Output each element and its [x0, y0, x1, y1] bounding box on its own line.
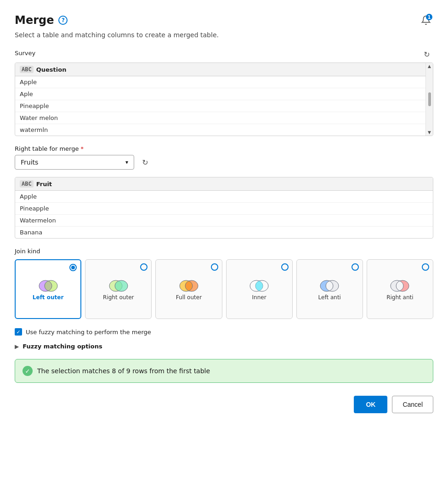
- join-kind-label: Join kind: [15, 248, 433, 255]
- scroll-down-arrow[interactable]: ▼: [428, 130, 431, 135]
- radio-unselected-icon: [422, 263, 429, 271]
- footer: OK Cancel: [15, 396, 433, 413]
- table-row[interactable]: watermln: [15, 124, 433, 136]
- scroll-thumb: [428, 92, 431, 106]
- left-outer-label: Left outer: [33, 294, 64, 301]
- radio-selected-icon: [69, 264, 77, 271]
- join-inner[interactable]: Inner: [226, 259, 293, 319]
- join-right-outer[interactable]: Right outer: [85, 259, 152, 319]
- notification-badge: 1: [426, 14, 432, 20]
- join-kind-options: Left outer Right outer Full outer In: [15, 259, 433, 319]
- right-anti-venn-icon: [388, 278, 412, 294]
- svg-point-1: [45, 280, 57, 291]
- join-full-outer[interactable]: Full outer: [155, 259, 222, 319]
- table-row[interactable]: Apple: [15, 191, 433, 203]
- inner-label: Inner: [252, 294, 267, 301]
- join-left-anti[interactable]: Left anti: [296, 259, 363, 319]
- radio-unselected-icon: [352, 263, 359, 271]
- ok-button[interactable]: OK: [354, 396, 387, 413]
- inner-venn-icon: [247, 278, 271, 294]
- success-check-icon: ✓: [23, 366, 33, 376]
- join-left-outer[interactable]: Left outer: [15, 259, 81, 319]
- right-table-dropdown[interactable]: Fruits ▾: [15, 155, 134, 170]
- success-message: The selection matches 8 of 9 rows from t…: [37, 367, 210, 375]
- table-row[interactable]: Apple: [15, 76, 433, 88]
- right-table-refresh-icon[interactable]: ↻: [139, 156, 152, 169]
- join-right-anti[interactable]: Right anti: [367, 259, 433, 319]
- required-marker: *: [81, 145, 84, 152]
- right-table: ABC Fruit Apple Pineapple Watermelon Ban…: [15, 177, 433, 239]
- right-outer-venn-icon: [107, 278, 130, 294]
- right-table-rows: Apple Pineapple Watermelon Banana: [15, 191, 433, 238]
- left-table: ABC Question Apple Aple Pineapple Water …: [15, 63, 433, 136]
- table-row[interactable]: Watermelon: [15, 215, 433, 227]
- table-row[interactable]: Banana: [15, 227, 433, 238]
- full-outer-label: Full outer: [176, 294, 202, 301]
- right-table-select-row: Fruits ▾ ↻: [15, 155, 433, 170]
- right-table-section: Right table for merge * Fruits ▾ ↻: [15, 145, 433, 170]
- left-table-label: Survey: [15, 50, 35, 57]
- left-outer-venn-icon: [36, 278, 60, 294]
- right-table-header: ABC Fruit: [15, 177, 433, 191]
- left-col-type: ABC: [20, 66, 34, 73]
- help-icon[interactable]: ?: [58, 16, 68, 25]
- table-row[interactable]: Water melon: [15, 112, 433, 124]
- success-bar: ✓ The selection matches 8 of 9 rows from…: [15, 359, 433, 383]
- dropdown-value: Fruits: [21, 159, 38, 166]
- right-table-label: Right table for merge *: [15, 145, 433, 152]
- left-col-header: Question: [36, 66, 67, 73]
- left-table-refresh-icon[interactable]: ↻: [420, 48, 433, 61]
- radio-unselected-icon: [140, 263, 147, 271]
- page-title: Merge: [15, 14, 54, 27]
- fuzzy-checkbox[interactable]: ✓: [15, 328, 22, 336]
- radio-unselected-icon: [281, 263, 289, 271]
- left-table-header: ABC Question: [15, 63, 433, 76]
- expand-icon: ▶: [15, 343, 19, 350]
- notification-bell-icon[interactable]: 1: [419, 13, 433, 28]
- right-col-type: ABC: [20, 180, 34, 188]
- left-anti-venn-icon: [318, 278, 341, 294]
- subtitle: Select a table and matching columns to c…: [15, 31, 433, 39]
- chevron-down-icon: ▾: [125, 159, 128, 165]
- radio-unselected-icon: [211, 263, 218, 271]
- table-row[interactable]: Pineapple: [15, 203, 433, 215]
- table-row[interactable]: Pineapple: [15, 100, 433, 112]
- table-row[interactable]: Aple: [15, 88, 433, 100]
- fuzzy-options-label: Fuzzy matching options: [23, 343, 102, 350]
- left-table-rows: Apple Aple Pineapple Water melon waterml…: [15, 76, 433, 136]
- cancel-button[interactable]: Cancel: [392, 396, 433, 413]
- fuzzy-label: Use fuzzy matching to perform the merge: [26, 329, 151, 336]
- right-col-header: Fruit: [36, 181, 52, 188]
- fuzzy-options-row[interactable]: ▶ Fuzzy matching options: [15, 343, 433, 350]
- left-anti-label: Left anti: [318, 294, 341, 301]
- right-anti-label: Right anti: [386, 294, 413, 301]
- full-outer-venn-icon: [177, 278, 201, 294]
- left-table-scrollbar: ▲ ▼: [425, 63, 433, 136]
- scroll-up-arrow[interactable]: ▲: [428, 64, 431, 68]
- right-outer-label: Right outer: [103, 294, 134, 301]
- fuzzy-matching-row: ✓ Use fuzzy matching to perform the merg…: [15, 328, 433, 336]
